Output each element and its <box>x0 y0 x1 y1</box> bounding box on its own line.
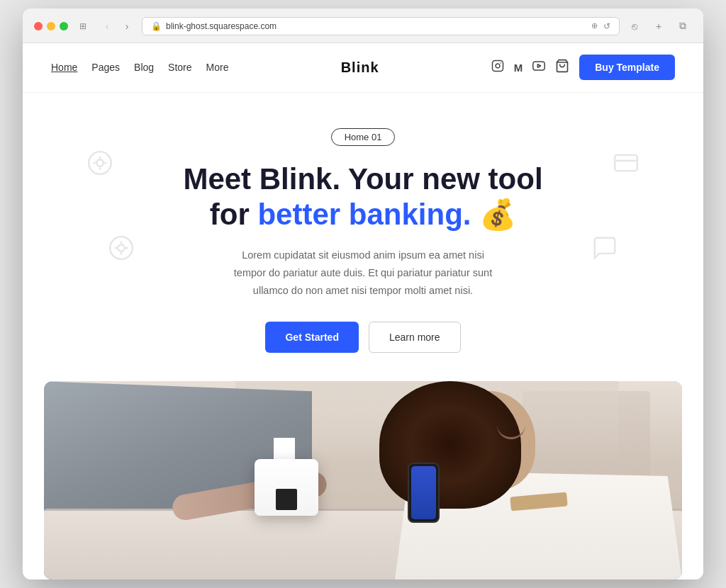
nav-left: Home Pages Blog Store More <box>51 62 228 73</box>
float-icon-top-left <box>86 149 113 179</box>
phone-device <box>408 463 440 523</box>
cart-icon[interactable] <box>555 59 569 77</box>
url-text: blink-ghost.squarespace.com <box>166 21 277 31</box>
lock-icon: 🔒 <box>151 21 162 31</box>
new-tab-button[interactable]: + <box>649 18 668 34</box>
nav-blog[interactable]: Blog <box>134 62 154 73</box>
address-bar-row: 🔒 blink-ghost.squarespace.com ⊕ ↺ ⎋ + ⧉ <box>142 17 692 35</box>
minimize-button[interactable] <box>47 22 55 30</box>
svg-point-7 <box>110 237 133 259</box>
refresh-icon[interactable]: ↺ <box>603 21 610 31</box>
svg-point-4 <box>89 152 111 174</box>
traffic-lights <box>34 22 68 30</box>
svg-marker-2 <box>538 64 541 68</box>
svg-point-8 <box>118 244 125 251</box>
browser-nav: ‹ › <box>98 18 136 34</box>
nav-right: M Buy Template <box>491 55 675 80</box>
site-nav: Home Pages Blog Store More Blink M <box>23 43 703 93</box>
hero-title-line1: Meet Blink. Your new tool <box>183 162 542 196</box>
medium-icon[interactable]: M <box>514 62 523 74</box>
site-logo: Blink <box>341 60 379 76</box>
payment-terminal <box>255 459 318 516</box>
nav-center: Blink <box>228 60 491 76</box>
get-started-button[interactable]: Get Started <box>265 322 358 353</box>
hero-image: alma <box>44 381 682 579</box>
windows-button[interactable]: ⧉ <box>674 18 692 34</box>
maximize-button[interactable] <box>60 22 68 30</box>
nav-pages[interactable]: Pages <box>91 62 120 73</box>
learn-more-button[interactable]: Learn more <box>369 322 461 353</box>
hero-scene: alma <box>44 381 682 579</box>
website-content: Home Pages Blog Store More Blink M <box>23 43 703 580</box>
close-button[interactable] <box>34 22 43 30</box>
buy-template-button[interactable]: Buy Template <box>579 55 675 80</box>
float-icon-bottom-right <box>591 234 618 264</box>
svg-rect-6 <box>615 155 637 171</box>
nav-store[interactable]: Store <box>168 62 191 73</box>
svg-point-5 <box>96 159 104 166</box>
hero-buttons: Get Started Learn more <box>51 322 675 353</box>
instagram-icon[interactable] <box>491 60 504 75</box>
browser-window: ⊞ ‹ › 🔒 blink-ghost.squarespace.com ⊕ ↺ … <box>23 9 703 580</box>
home-badge: Home 01 <box>331 128 396 146</box>
float-icon-bottom-left <box>108 234 135 264</box>
back-button[interactable]: ‹ <box>98 18 116 34</box>
youtube-icon[interactable] <box>532 60 545 75</box>
forward-button[interactable]: › <box>118 18 136 34</box>
hero-emoji: 💰 <box>479 198 516 231</box>
address-bar[interactable]: 🔒 blink-ghost.squarespace.com ⊕ ↺ <box>142 17 620 35</box>
sidebar-toggle-button[interactable]: ⊞ <box>74 18 92 34</box>
share-button[interactable]: ⎋ <box>625 18 644 34</box>
hero-title-accent: better banking. <box>257 198 471 231</box>
share-icon: ⊕ <box>591 21 598 31</box>
float-icon-top-right <box>613 149 640 179</box>
nav-home[interactable]: Home <box>51 62 77 73</box>
hero-subtitle: Lorem cupidatat sit eiusmod anim ipsum e… <box>228 247 498 299</box>
svg-rect-0 <box>492 61 503 72</box>
browser-chrome: ⊞ ‹ › 🔒 blink-ghost.squarespace.com ⊕ ↺ … <box>23 9 703 43</box>
hero-title: Meet Blink. Your new tool for better ban… <box>51 162 675 233</box>
hero-title-line2-plain: for <box>210 198 258 231</box>
nav-more[interactable]: More <box>206 62 229 73</box>
hero-section: Home 01 Meet Blink. Your new tool for be… <box>23 93 703 382</box>
